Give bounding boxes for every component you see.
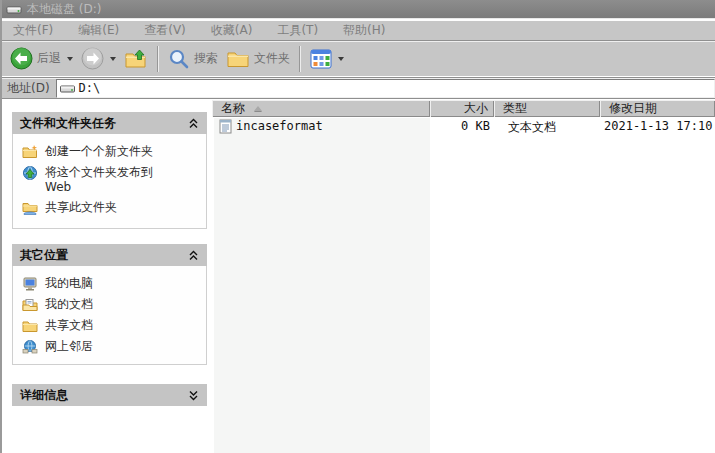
task-label: 将这个文件夹发布到 Web xyxy=(45,165,173,195)
place-shared-documents[interactable]: 共享文档 xyxy=(22,315,202,336)
views-dropdown-caret[interactable] xyxy=(338,57,344,61)
address-bar: 地址(D) D:\ xyxy=(2,77,715,99)
back-button[interactable]: 后退 xyxy=(6,44,77,74)
address-input[interactable]: D:\ xyxy=(56,79,715,98)
file-modified-date: 2021-1-13 17:10 xyxy=(604,119,712,133)
up-folder-icon xyxy=(124,48,148,70)
chevron-up-icon[interactable] xyxy=(188,250,199,261)
place-network-neighborhood[interactable]: 网上邻居 xyxy=(22,336,202,357)
panel-file-folder-tasks-body: 创建一个个新文件夹 将这个文件夹发布到 Web xyxy=(12,134,207,229)
menu-file[interactable]: 文件(F) xyxy=(4,20,62,41)
panel-other-places: 其它位置 我的电脑 xyxy=(12,244,207,365)
search-label: 搜索 xyxy=(194,50,218,67)
share-folder-icon xyxy=(22,200,38,216)
main-area: 文件和文件夹任务 创建一个个新文件夹 xyxy=(2,100,715,453)
task-share-this-folder[interactable]: 共享此文件夹 xyxy=(22,200,202,216)
panel-other-places-body: 我的电脑 我的文档 xyxy=(12,266,207,365)
panel-details-header[interactable]: 详细信息 xyxy=(12,384,207,406)
text-file-icon xyxy=(219,119,232,134)
forward-dropdown-caret[interactable] xyxy=(110,57,116,61)
place-my-documents[interactable]: 我的文档 xyxy=(22,294,202,315)
toolbar-separator xyxy=(157,46,159,72)
address-value: D:\ xyxy=(79,81,101,95)
column-label: 大小 xyxy=(464,100,488,117)
hard-disk-icon xyxy=(6,1,22,17)
new-folder-icon xyxy=(22,144,38,160)
views-icon xyxy=(310,49,332,69)
panel-file-folder-tasks: 文件和文件夹任务 创建一个个新文件夹 xyxy=(12,112,207,229)
panel-title: 文件和文件夹任务 xyxy=(20,115,116,132)
toolbar-separator xyxy=(299,46,301,72)
back-dropdown-caret[interactable] xyxy=(67,57,73,61)
place-label: 共享文档 xyxy=(45,317,93,334)
column-header-modified[interactable]: 修改日期 xyxy=(600,100,715,117)
menu-favorites[interactable]: 收藏(A) xyxy=(202,20,262,41)
file-size: 0 KB xyxy=(380,119,490,133)
file-type: 文本文档 xyxy=(508,119,556,136)
chevron-up-icon[interactable] xyxy=(188,118,199,129)
place-my-computer[interactable]: 我的电脑 xyxy=(22,273,202,294)
menu-tools[interactable]: 工具(T) xyxy=(268,20,327,41)
panel-file-folder-tasks-header[interactable]: 文件和文件夹任务 xyxy=(12,112,207,134)
column-label: 类型 xyxy=(503,100,527,117)
menu-edit[interactable]: 编辑(E) xyxy=(69,20,128,41)
forward-arrow-icon xyxy=(81,47,104,70)
file-list-view: 名称 大小 类型 修改日期 xyxy=(212,100,715,453)
menu-view[interactable]: 查看(V) xyxy=(135,20,195,41)
column-headers: 名称 大小 类型 修改日期 xyxy=(212,100,715,117)
place-label: 网上邻居 xyxy=(45,338,93,355)
task-pane-sidebar: 文件和文件夹任务 创建一个个新文件夹 xyxy=(2,100,212,453)
menu-bar: 文件(F) 编辑(E) 查看(V) 收藏(A) 工具(T) 帮助(H) xyxy=(2,20,715,40)
views-button[interactable] xyxy=(306,44,348,74)
column-header-name[interactable]: 名称 xyxy=(212,100,430,117)
address-label: 地址(D) xyxy=(2,80,56,97)
panel-other-places-header[interactable]: 其它位置 xyxy=(12,244,207,266)
my-computer-icon xyxy=(22,276,38,292)
drive-icon xyxy=(60,82,75,95)
search-button[interactable]: 搜索 xyxy=(164,44,222,74)
place-label: 我的电脑 xyxy=(45,275,93,292)
up-button[interactable] xyxy=(120,44,152,74)
file-row-incaseformat[interactable]: incaseformat 0 KB 文本文档 2021-1-13 17:10 xyxy=(212,118,715,135)
network-places-icon xyxy=(22,339,38,355)
window-title: 本地磁盘 (D:) xyxy=(27,1,101,18)
panel-details: 详细信息 xyxy=(12,384,207,406)
back-arrow-icon xyxy=(10,47,33,70)
title-bar: 本地磁盘 (D:) xyxy=(2,0,715,19)
file-name: incaseformat xyxy=(236,119,323,133)
explorer-window: 本地磁盘 (D:) 文件(F) 编辑(E) 查看(V) 收藏(A) 工具(T) … xyxy=(0,0,715,453)
folders-button[interactable]: 文件夹 xyxy=(222,44,294,74)
task-publish-to-web[interactable]: 将这个文件夹发布到 Web xyxy=(22,165,202,195)
column-label: 修改日期 xyxy=(609,100,657,117)
task-label: 共享此文件夹 xyxy=(45,200,117,215)
publish-web-icon xyxy=(22,165,38,181)
place-label: 我的文档 xyxy=(45,296,93,313)
shared-documents-icon xyxy=(22,318,38,334)
chevron-down-icon[interactable] xyxy=(188,390,199,401)
column-header-type[interactable]: 类型 xyxy=(494,100,600,117)
column-header-size[interactable]: 大小 xyxy=(430,100,494,117)
sort-ascending-icon xyxy=(254,106,262,111)
back-label: 后退 xyxy=(37,50,61,67)
toolbar: 后退 搜索 xyxy=(2,40,715,76)
task-create-new-folder[interactable]: 创建一个个新文件夹 xyxy=(22,144,202,160)
folders-label: 文件夹 xyxy=(254,50,290,67)
folders-icon xyxy=(226,48,250,70)
sorted-column-highlight xyxy=(214,118,430,453)
forward-button[interactable] xyxy=(77,44,120,74)
my-documents-icon xyxy=(22,297,38,313)
panel-title: 详细信息 xyxy=(20,387,68,404)
menu-help[interactable]: 帮助(H) xyxy=(334,20,394,41)
search-icon xyxy=(168,48,190,70)
panel-title: 其它位置 xyxy=(20,247,68,264)
task-label: 创建一个个新文件夹 xyxy=(45,144,153,159)
column-label: 名称 xyxy=(221,100,245,117)
